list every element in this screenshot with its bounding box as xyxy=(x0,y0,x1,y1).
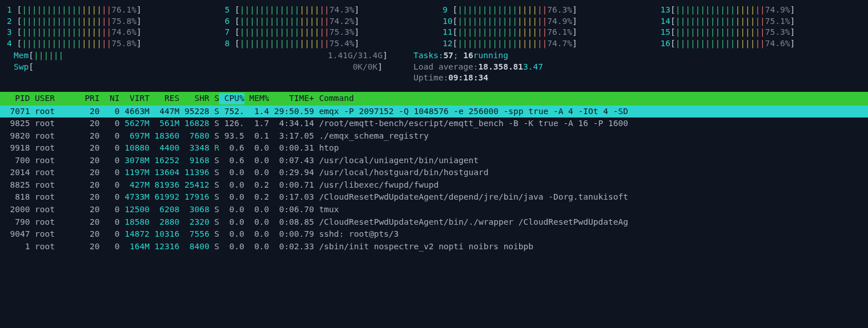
process-row[interactable]: 8825root200427M8193625412S0.00.20:00.71/… xyxy=(0,179,868,192)
cpu-meter-4: 4 [||||||||||||||||||75.8%] xyxy=(7,38,208,50)
process-row[interactable]: 2000root2001250062083068S0.00.00:06.70tm… xyxy=(0,204,868,216)
tasks-line: Tasks: 57; 16 running xyxy=(413,50,854,62)
col-header-res[interactable]: RES xyxy=(150,93,179,104)
col-header-pri[interactable]: PRI xyxy=(75,93,100,104)
process-row[interactable]: 9918root2001088044003348R0.60.00:00.31ht… xyxy=(0,142,868,155)
cpu-meter-12: 12 [||||||||||||||||||74.7%] xyxy=(443,38,644,50)
load-15: 3.47 xyxy=(523,62,543,73)
mem-total: 31.4G xyxy=(357,51,383,60)
memory-block: Mem[|||||| 1.41G/31.4G] Swp[ 0K/0K] xyxy=(14,50,413,84)
process-row[interactable]: 7071root2004663M447M95228S752.1.429:50.5… xyxy=(0,106,868,118)
tasks-running: 16 xyxy=(463,50,473,62)
swp-used: 0K xyxy=(353,62,363,71)
load-average-line: Load average: 18.35 8.81 3.47 xyxy=(413,62,854,73)
process-row[interactable]: 9047root20014872103167556S0.00.00:00.79s… xyxy=(0,228,868,241)
cpu-meter-1: 1 [||||||||||||||||||76.1%] xyxy=(7,5,208,16)
col-header-mem[interactable]: MEM% xyxy=(244,93,270,104)
load-1: 18.35 xyxy=(479,62,504,73)
cpu-meter-5: 5 [||||||||||||||||||74.3%] xyxy=(225,5,426,16)
cpu-meter-9: 9 [||||||||||||||||||76.3%] xyxy=(443,5,644,16)
cpu-meter-2: 2 [||||||||||||||||||75.8%] xyxy=(7,16,208,27)
process-row[interactable]: 700root2003078M162529168S0.60.00:07.43/u… xyxy=(0,155,868,167)
swap-meter: Swp[ 0K/0K] xyxy=(14,62,413,73)
uptime-label: Uptime: xyxy=(413,72,448,84)
col-header-time[interactable]: TIME+ xyxy=(269,93,314,104)
mem-used: 1.41G xyxy=(328,51,353,60)
col-header-command[interactable]: Command xyxy=(314,93,354,104)
cpu-meter-6: 6 [||||||||||||||||||74.2%] xyxy=(225,16,426,27)
process-row[interactable]: 790root2001858028802320S0.00.00:08.85/Cl… xyxy=(0,216,868,229)
col-header-ni[interactable]: NI xyxy=(100,93,120,104)
cpu-meter-13: 13 [||||||||||||||||||74.9%] xyxy=(661,5,862,16)
col-header-shr[interactable]: SHR xyxy=(179,93,209,104)
uptime-value: 09:18:34 xyxy=(448,72,488,84)
load-5: 8.81 xyxy=(503,62,523,73)
process-row[interactable]: 9825root2005627M561M16828S126.1.74:34.14… xyxy=(0,118,868,130)
col-header-cpu[interactable]: CPU% xyxy=(219,93,244,104)
cpu-meter-10: 10 [||||||||||||||||||74.9%] xyxy=(443,16,644,27)
cpu-meter-3: 3 [||||||||||||||||||74.6%] xyxy=(7,27,208,38)
mem-label: Mem xyxy=(14,50,29,62)
cpu-meter-8: 8 [||||||||||||||||||75.4%] xyxy=(225,38,426,50)
cpu-meter-11: 11 [||||||||||||||||||76.1%] xyxy=(443,27,644,38)
process-list[interactable]: 7071root2004663M447M95228S752.1.429:50.5… xyxy=(0,106,868,253)
cpu-meter-15: 15 [||||||||||||||||||75.3%] xyxy=(661,27,862,38)
col-header-virt[interactable]: VIRT xyxy=(119,93,149,104)
col-header-s[interactable]: S xyxy=(210,93,219,104)
col-header-user[interactable]: USER xyxy=(30,93,75,104)
process-row[interactable]: 818root2004733M6199217916S0.00.20:17.03/… xyxy=(0,191,868,204)
cpu-meter-grid: 1 [||||||||||||||||||76.1%]2 [||||||||||… xyxy=(7,5,861,49)
tasks-total: 57 xyxy=(443,50,453,62)
process-table-header[interactable]: PIDUSERPRINIVIRTRESSHRSCPU%MEM%TIME+Comm… xyxy=(0,92,868,106)
uptime-line: Uptime: 09:18:34 xyxy=(413,72,854,84)
meters-panel: 1 [||||||||||||||||||76.1%]2 [||||||||||… xyxy=(0,5,868,86)
process-row[interactable]: 1root200164M123168400S0.00.00:02.33/sbin… xyxy=(0,241,868,253)
col-header-pid[interactable]: PID xyxy=(0,93,30,104)
cpu-meter-16: 16 [||||||||||||||||||74.6%] xyxy=(661,38,862,50)
stats-block: Tasks: 57; 16 running Load average: 18.3… xyxy=(413,50,854,84)
process-row[interactable]: 9820root200697M183607680S93.50.13:17.05.… xyxy=(0,130,868,143)
mem-meter: Mem[|||||| 1.41G/31.4G] xyxy=(14,50,413,62)
cpu-meter-14: 14 [||||||||||||||||||75.1%] xyxy=(661,16,862,27)
swp-label: Swp xyxy=(14,62,29,73)
swp-total: 0K xyxy=(368,62,377,71)
load-label: Load average: xyxy=(413,62,479,73)
tasks-label: Tasks: xyxy=(413,50,443,62)
process-row[interactable]: 2014root2001197M1360411396S0.00.00:29.94… xyxy=(0,167,868,179)
cpu-meter-7: 7 [||||||||||||||||||75.3%] xyxy=(225,27,426,38)
